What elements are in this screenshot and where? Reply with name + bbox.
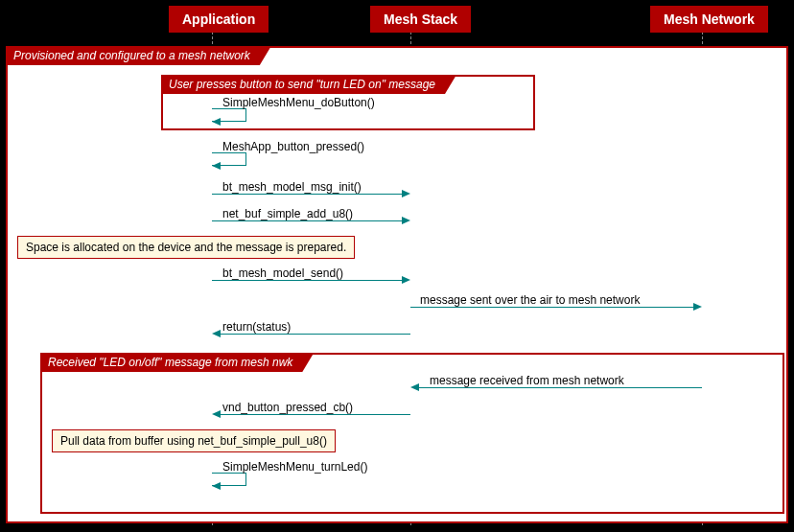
participant-mesh-network: Mesh Network: [650, 6, 768, 33]
group-user-presses-label: User presses button to send "turn LED on…: [161, 75, 456, 94]
arrow-5-head: [402, 276, 410, 284]
msg-model-send: bt_mesh_model_send(): [222, 266, 343, 280]
note-space-allocated: Space is allocated on the device and the…: [17, 236, 355, 259]
arrow-9-head: [212, 410, 221, 418]
participant-mesh-stack: Mesh Stack: [370, 6, 471, 33]
arrow-9: [221, 414, 410, 415]
msg-net-buf-add: net_buf_simple_add_u8(): [222, 207, 353, 220]
arrow-6: [410, 307, 694, 308]
self-arrow-2-head: [212, 162, 221, 170]
msg-model-msg-init: bt_mesh_model_msg_init(): [222, 180, 362, 194]
arrow-4-head: [402, 217, 410, 224]
group-received-label: Received "LED on/off" message from mesh …: [40, 353, 314, 372]
participant-application: Application: [169, 6, 269, 33]
arrow-7: [221, 334, 410, 335]
msg-vnd-callback: vnd_button_pressed_cb(): [222, 401, 353, 414]
arrow-8: [419, 387, 702, 388]
arrow-3: [212, 194, 403, 195]
arrow-5: [212, 280, 403, 281]
sequence-diagram: Application Mesh Stack Mesh Network Prov…: [0, 0, 794, 532]
msg-sent-over-air: message sent over the air to mesh networ…: [420, 293, 640, 307]
msg-received-from-network: message received from mesh network: [430, 374, 624, 387]
self-arrow-1-head: [212, 118, 221, 126]
arrow-7-head: [212, 330, 221, 337]
self-arrow-10-head: [212, 482, 221, 490]
arrow-3-head: [402, 190, 410, 197]
note-pull-data: Pull data from buffer using net_buf_simp…: [52, 429, 336, 452]
msg-do-button: SimpleMeshMenu_doButton(): [222, 96, 375, 109]
msg-button-pressed: MeshApp_button_pressed(): [222, 140, 364, 153]
arrow-4: [212, 220, 403, 221]
group-provisioned-label: Provisioned and configured to a mesh net…: [6, 46, 271, 65]
msg-turn-led: SimpleMeshMenu_turnLed(): [222, 460, 367, 474]
arrow-6-head: [693, 303, 702, 311]
arrow-8-head: [410, 383, 419, 391]
msg-return-status: return(status): [222, 320, 291, 334]
